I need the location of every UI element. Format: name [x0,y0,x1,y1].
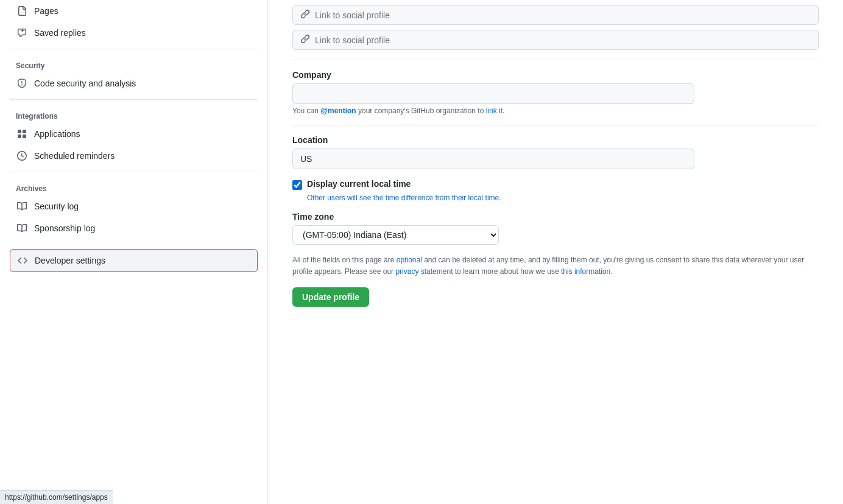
location-group: Location [292,135,819,169]
sidebar-item-developer-settings[interactable]: Developer settings [10,249,258,272]
code-icon [16,254,29,267]
link-icon-2 [300,34,310,46]
divider-company [292,60,819,60]
privacy-optional-link[interactable]: optional [397,256,422,264]
divider-1 [10,49,258,49]
log-icon [16,200,28,212]
sidebar-item-code-security-label: Code security and analysis [34,79,136,88]
sidebar: Pages Saved replies Security Code securi… [0,0,268,504]
timezone-group: Time zone (GMT-05:00) Indiana (East) (GM… [292,212,819,245]
section-label-archives: Archives [10,177,258,195]
section-label-security: Security [10,54,258,72]
update-profile-button[interactable]: Update profile [292,287,369,307]
apps-icon [16,128,28,140]
divider-2 [10,99,258,100]
location-label: Location [292,135,819,145]
saved-replies-icon [16,27,28,39]
display-time-row: Display current local time [292,179,819,190]
divider-location [292,125,819,125]
hint-text-1: You can [292,107,320,115]
shield-icon [16,77,28,89]
social-link-input-2[interactable] [315,35,811,45]
social-link-input-1[interactable] [315,10,811,20]
sidebar-item-applications-label: Applications [34,129,80,139]
display-time-label: Display current local time [307,179,411,189]
company-hint: You can @mention your company's GitHub o… [292,107,819,115]
company-group: Company You can @mention your company's … [292,70,819,115]
sidebar-item-scheduled-reminders-label: Scheduled reminders [34,151,115,161]
privacy-text-1: All of the fields on this page are [292,256,397,264]
sidebar-item-developer-settings-label: Developer settings [35,256,105,265]
statusbar-url: https://github.com/settings/apps [5,493,108,502]
display-time-sublabel: Other users will see the time difference… [307,194,819,202]
display-time-checkbox[interactable] [292,180,302,190]
hint-text-3: . [503,107,504,115]
pages-icon [16,5,28,17]
location-input[interactable] [292,149,694,169]
privacy-text-4: . [610,267,612,276]
hint-text-2: your company's GitHub organization to [356,107,486,115]
social-link-2[interactable] [292,30,819,50]
display-time-group: Display current local time Other users w… [292,179,819,202]
hint-link-it[interactable]: link it [486,107,503,115]
sidebar-item-pages[interactable]: Pages [10,0,258,22]
social-link-1[interactable] [292,5,819,25]
sidebar-item-sponsorship-log-label: Sponsorship log [34,223,95,233]
clock-icon [16,150,28,162]
company-label: Company [292,70,819,80]
sidebar-item-saved-replies-label: Saved replies [34,28,86,38]
log-icon2 [16,222,28,234]
this-information-link[interactable]: this information [561,267,610,276]
sidebar-item-security-log-label: Security log [34,201,79,211]
sidebar-item-code-security[interactable]: Code security and analysis [10,72,258,94]
sidebar-item-security-log[interactable]: Security log [10,195,258,217]
privacy-text-3: to learn more about how we use [453,267,560,276]
link-icon-1 [300,9,310,21]
divider-3 [10,172,258,172]
timezone-label: Time zone [292,212,819,222]
hint-mention: @mention [320,107,356,115]
section-label-integrations: Integrations [10,105,258,123]
timezone-select[interactable]: (GMT-05:00) Indiana (East) (GMT-05:00) E… [292,225,499,245]
sidebar-item-applications[interactable]: Applications [10,123,258,145]
main-content: Company You can @mention your company's … [268,0,843,504]
sidebar-item-scheduled-reminders[interactable]: Scheduled reminders [10,145,258,167]
statusbar: https://github.com/settings/apps [0,490,113,504]
sidebar-item-pages-label: Pages [34,6,58,16]
privacy-statement-link[interactable]: privacy statement [395,267,453,276]
privacy-note: All of the fields on this page are optio… [292,254,819,278]
sidebar-item-sponsorship-log[interactable]: Sponsorship log [10,217,258,239]
company-input[interactable] [292,83,694,104]
sidebar-item-saved-replies[interactable]: Saved replies [10,22,258,44]
